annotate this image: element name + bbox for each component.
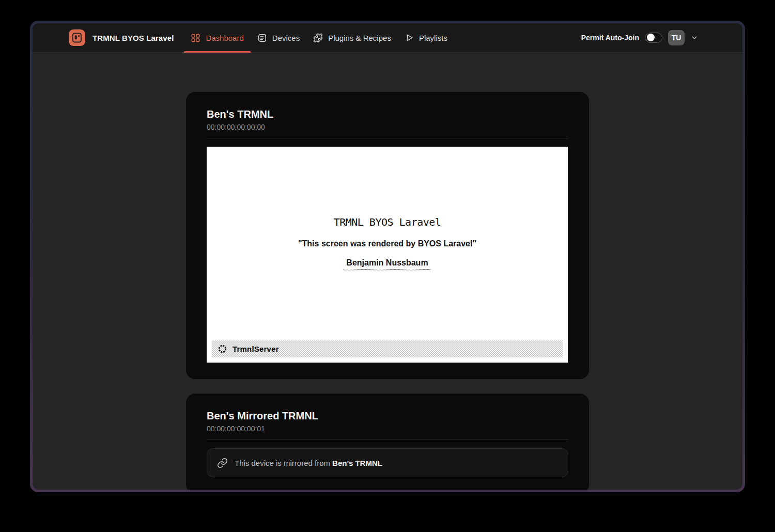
mirror-notice-prefix: This device is mirrored from — [235, 459, 330, 467]
navbar-right: Permit Auto-Join TU — [581, 23, 699, 52]
dashboard-content: Ben's TRMNL 00:00:00:00:00:00 TRMNL BYOS… — [33, 53, 742, 490]
device-mac-address: 00:00:00:00:00:01 — [207, 425, 568, 433]
permit-auto-join-toggle[interactable] — [645, 33, 662, 43]
nav-tab-playlists[interactable]: Playlists — [398, 23, 454, 52]
device-card-bens-mirrored-trmnl: Ben's Mirrored TRMNL 00:00:00:00:00:01 T… — [186, 394, 589, 490]
screen-author-row: Benjamin Nussbaum — [207, 258, 568, 270]
screen-status-bar: TrmnlServer — [212, 340, 563, 357]
screen-status-label: TrmnlServer — [233, 345, 279, 353]
device-mac-address: 00:00:00:00:00:00 — [207, 123, 568, 131]
screen-author: Benjamin Nussbaum — [344, 258, 430, 270]
nav-tab-label: Devices — [272, 34, 300, 42]
spinner-icon — [218, 344, 227, 354]
mirror-source-device: Ben's TRMNL — [332, 459, 382, 467]
screen-heading: TRMNL BYOS Laravel — [207, 147, 568, 228]
permit-auto-join-label: Permit Auto-Join — [581, 34, 639, 42]
nav-tabs: Dashboard Devices — [184, 23, 454, 52]
device-card-bens-trmnl: Ben's TRMNL 00:00:00:00:00:00 TRMNL BYOS… — [186, 92, 589, 379]
nav-tab-dashboard[interactable]: Dashboard — [184, 23, 250, 52]
play-icon — [405, 33, 414, 42]
nav-tab-label: Plugins & Recipes — [328, 34, 391, 42]
chevron-down-icon[interactable] — [690, 34, 699, 42]
app-window-content: TRMNL BYOS Laravel Dashboard — [33, 23, 742, 490]
divider — [207, 138, 568, 138]
divider — [207, 440, 568, 440]
nav-tab-devices[interactable]: Devices — [251, 23, 306, 52]
screen-quote: "This screen was rendered by BYOS Larave… — [207, 239, 568, 248]
app-window: TRMNL BYOS Laravel Dashboard — [30, 21, 745, 492]
brand[interactable]: TRMNL BYOS Laravel — [69, 23, 174, 52]
mirror-notice: This device is mirrored fromBen's TRMNL — [207, 448, 568, 477]
top-navbar: TRMNL BYOS Laravel Dashboard — [33, 23, 742, 53]
desktop-background: TRMNL BYOS Laravel Dashboard — [0, 0, 775, 532]
puzzle-icon — [313, 33, 323, 43]
brand-title: TRMNL BYOS Laravel — [92, 34, 174, 42]
nav-tab-label: Dashboard — [206, 34, 243, 42]
device-list-icon — [257, 33, 267, 43]
device-screen-preview: TRMNL BYOS Laravel "This screen was rend… — [207, 147, 568, 363]
nav-tab-label: Playlists — [419, 34, 447, 42]
app-logo-icon — [69, 29, 85, 46]
device-name: Ben's Mirrored TRMNL — [207, 410, 568, 422]
toggle-knob — [647, 34, 655, 41]
user-avatar[interactable]: TU — [668, 30, 685, 45]
grid-icon — [191, 33, 200, 43]
link-icon — [217, 458, 228, 468]
nav-tab-plugins-recipes[interactable]: Plugins & Recipes — [306, 23, 398, 52]
mirror-notice-text: This device is mirrored fromBen's TRMNL — [235, 459, 382, 467]
device-name: Ben's TRMNL — [207, 108, 568, 120]
